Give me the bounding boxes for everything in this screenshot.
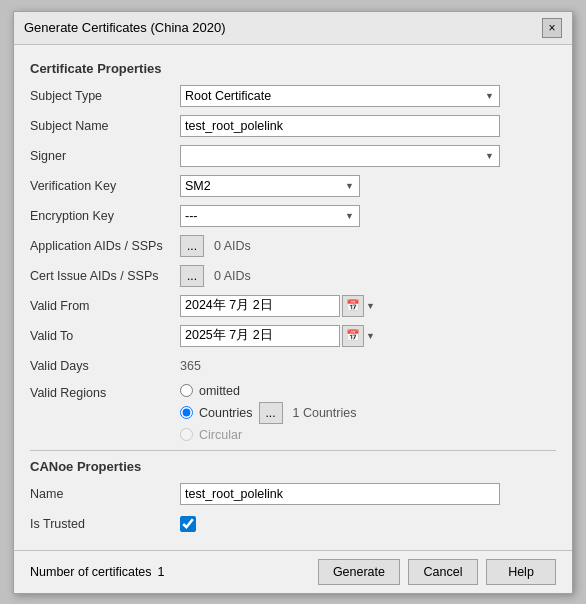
application-aids-dots-button[interactable]: ... xyxy=(180,235,204,257)
verification-key-select-wrapper: SM2 RSA xyxy=(180,175,360,197)
cert-issue-aids-label: Cert Issue AIDs / SSPs xyxy=(30,269,180,283)
valid-to-input[interactable] xyxy=(180,325,340,347)
valid-regions-omitted-label: omitted xyxy=(199,384,240,398)
verification-key-label: Verification Key xyxy=(30,179,180,193)
application-aids-value: 0 AIDs xyxy=(214,239,251,253)
application-aids-inner: ... 0 AIDs xyxy=(180,235,556,257)
subject-name-row: Subject Name xyxy=(30,114,556,138)
canoe-name-control xyxy=(180,483,556,505)
dialog-title: Generate Certificates (China 2020) xyxy=(24,20,226,35)
signer-select[interactable] xyxy=(180,145,500,167)
valid-regions-omitted-row: omitted xyxy=(180,384,556,398)
close-icon: × xyxy=(548,21,555,35)
help-button[interactable]: Help xyxy=(486,559,556,585)
cancel-button[interactable]: Cancel xyxy=(408,559,478,585)
footer-cert-count: Number of certificates 1 xyxy=(30,565,165,579)
dialog-body: Certificate Properties Subject Type Root… xyxy=(14,45,572,550)
canoe-name-row: Name xyxy=(30,482,556,506)
cert-issue-aids-row: Cert Issue AIDs / SSPs ... 0 AIDs xyxy=(30,264,556,288)
verification-key-select[interactable]: SM2 RSA xyxy=(180,175,360,197)
subject-name-input[interactable] xyxy=(180,115,500,137)
application-aids-control: ... 0 AIDs xyxy=(180,235,556,257)
valid-to-row: Valid To 📅 ▼ xyxy=(30,324,556,348)
subject-type-select[interactable]: Root Certificate Intermediate Certificat… xyxy=(180,85,500,107)
valid-regions-countries-dots-button[interactable]: ... xyxy=(259,402,283,424)
cert-issue-aids-value: 0 AIDs xyxy=(214,269,251,283)
encryption-key-control: --- SM2 xyxy=(180,205,556,227)
is-trusted-label: Is Trusted xyxy=(30,517,180,531)
is-trusted-control xyxy=(180,516,556,532)
calendar-icon-2: 📅 xyxy=(346,329,360,342)
valid-from-row: Valid From 📅 ▼ xyxy=(30,294,556,318)
encryption-key-row: Encryption Key --- SM2 xyxy=(30,204,556,228)
valid-regions-countries-label: Countries xyxy=(199,406,253,420)
valid-regions-circular-label: Circular xyxy=(199,428,242,442)
valid-regions-countries-count: 1 Countries xyxy=(293,406,357,420)
encryption-key-label: Encryption Key xyxy=(30,209,180,223)
subject-type-select-wrapper: Root Certificate Intermediate Certificat… xyxy=(180,85,500,107)
valid-regions-control: omitted Countries ... 1 Countries Circul… xyxy=(180,384,556,442)
cert-count-value: 1 xyxy=(158,565,165,579)
valid-from-label: Valid From xyxy=(30,299,180,313)
valid-to-control: 📅 ▼ xyxy=(180,325,556,347)
verification-key-row: Verification Key SM2 RSA xyxy=(30,174,556,198)
is-trusted-row: Is Trusted xyxy=(30,512,556,536)
valid-from-control: 📅 ▼ xyxy=(180,295,556,317)
generate-button[interactable]: Generate xyxy=(318,559,400,585)
valid-to-label: Valid To xyxy=(30,329,180,343)
cert-count-label: Number of certificates xyxy=(30,565,152,579)
valid-to-date-wrapper: 📅 ▼ xyxy=(180,325,556,347)
certificate-properties-title: Certificate Properties xyxy=(30,61,556,76)
calendar-icon: 📅 xyxy=(346,299,360,312)
dialog-container: Generate Certificates (China 2020) × Cer… xyxy=(13,11,573,594)
valid-days-value: 365 xyxy=(180,359,201,373)
valid-from-input[interactable] xyxy=(180,295,340,317)
verification-key-control: SM2 RSA xyxy=(180,175,556,197)
valid-from-date-wrapper: 📅 ▼ xyxy=(180,295,556,317)
valid-regions-countries-radio[interactable] xyxy=(180,406,193,419)
canoe-name-label: Name xyxy=(30,487,180,501)
subject-type-row: Subject Type Root Certificate Intermedia… xyxy=(30,84,556,108)
valid-regions-omitted-radio[interactable] xyxy=(180,384,193,397)
application-aids-row: Application AIDs / SSPs ... 0 AIDs xyxy=(30,234,556,258)
dialog-footer: Number of certificates 1 Generate Cancel… xyxy=(14,550,572,593)
application-aids-label: Application AIDs / SSPs xyxy=(30,239,180,253)
title-bar: Generate Certificates (China 2020) × xyxy=(14,12,572,45)
valid-to-dropdown-icon: ▼ xyxy=(366,331,375,341)
encryption-key-select[interactable]: --- SM2 xyxy=(180,205,360,227)
footer-actions: Generate Cancel Help xyxy=(318,559,556,585)
signer-select-wrapper xyxy=(180,145,500,167)
valid-regions-countries-row: Countries ... 1 Countries xyxy=(180,402,556,424)
valid-regions-circular-row: Circular xyxy=(180,428,556,442)
valid-days-row: Valid Days 365 xyxy=(30,354,556,378)
valid-regions-row: Valid Regions omitted Countries ... 1 Co… xyxy=(30,384,556,442)
is-trusted-checkbox-wrapper xyxy=(180,516,556,532)
valid-days-label: Valid Days xyxy=(30,359,180,373)
valid-days-control: 365 xyxy=(180,358,556,373)
canoe-properties-title: CANoe Properties xyxy=(30,459,556,474)
signer-label: Signer xyxy=(30,149,180,163)
section-divider xyxy=(30,450,556,451)
cert-issue-aids-inner: ... 0 AIDs xyxy=(180,265,556,287)
canoe-name-input[interactable] xyxy=(180,483,500,505)
cert-issue-aids-dots-button[interactable]: ... xyxy=(180,265,204,287)
signer-control xyxy=(180,145,556,167)
subject-type-control: Root Certificate Intermediate Certificat… xyxy=(180,85,556,107)
valid-regions-radio-group: omitted Countries ... 1 Countries Circul… xyxy=(180,384,556,442)
valid-to-calendar-button[interactable]: 📅 xyxy=(342,325,364,347)
encryption-key-select-wrapper: --- SM2 xyxy=(180,205,360,227)
valid-from-dropdown-icon: ▼ xyxy=(366,301,375,311)
valid-regions-label: Valid Regions xyxy=(30,384,180,400)
cert-issue-aids-control: ... 0 AIDs xyxy=(180,265,556,287)
subject-name-label: Subject Name xyxy=(30,119,180,133)
subject-type-label: Subject Type xyxy=(30,89,180,103)
is-trusted-checkbox[interactable] xyxy=(180,516,196,532)
close-button[interactable]: × xyxy=(542,18,562,38)
valid-from-calendar-button[interactable]: 📅 xyxy=(342,295,364,317)
valid-regions-circular-radio[interactable] xyxy=(180,428,193,441)
subject-name-control xyxy=(180,115,556,137)
signer-row: Signer xyxy=(30,144,556,168)
